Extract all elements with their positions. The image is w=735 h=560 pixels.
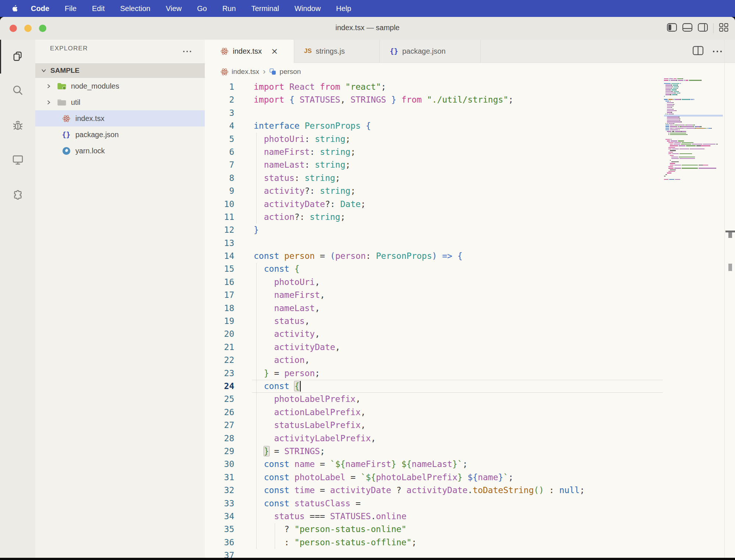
line-number[interactable]: 2 [205,93,234,106]
code-line-25[interactable]: 25 photoLabelPrefix, [205,393,664,406]
breadcrumb-segment[interactable]: person [279,68,301,76]
code-line-18[interactable]: 18 nameLast, [205,302,664,315]
code-line-34[interactable]: 34 status === STATUSES.online [205,510,664,523]
code-line-9[interactable]: 9 activity?: string; [205,185,664,197]
line-number[interactable]: 33 [205,497,234,510]
line-number[interactable]: 4 [205,120,234,132]
line-number[interactable]: 25 [205,393,234,406]
sidebar-item-util[interactable]: util [35,94,205,110]
tab-package-json[interactable]: {}package.json [380,40,481,63]
menu-item-file[interactable]: File [57,4,84,13]
code-line-32[interactable]: 32 const time = activityDate ? activityD… [205,484,664,497]
line-number[interactable]: 5 [205,133,234,146]
code-line-14[interactable]: 14const person = (person: PersonProps) =… [205,250,664,263]
code-line-20[interactable]: 20 activity, [205,328,664,340]
code-editor[interactable]: 1import React from "react";2import { STA… [205,81,664,560]
line-number[interactable]: 21 [205,341,234,354]
code-line-16[interactable]: 16 photoUri, [205,276,664,289]
toggle-secondary-sidebar-icon[interactable] [698,23,708,33]
code-line-10[interactable]: 10 activityDate?: Date; [205,198,664,211]
toggle-panel-icon[interactable] [682,23,692,33]
line-number[interactable]: 12 [205,224,234,236]
code-line-22[interactable]: 22 action, [205,354,664,367]
line-number[interactable]: 14 [205,250,234,263]
overview-ruler[interactable] [724,40,735,560]
code-line-11[interactable]: 11 action?: string; [205,211,664,224]
sidebar-item-package-json[interactable]: {}package.json [35,126,205,143]
line-number[interactable]: 19 [205,315,234,328]
line-number[interactable]: 16 [205,276,234,289]
sidebar-section-sample[interactable]: SAMPLE [35,63,205,78]
line-number[interactable]: 28 [205,432,234,445]
menu-item-window[interactable]: Window [287,4,328,13]
apple-logo-icon[interactable] [11,4,18,13]
editor-more-actions-icon[interactable] [712,48,722,54]
code-line-1[interactable]: 1import React from "react"; [205,81,664,93]
line-number[interactable]: 13 [205,237,234,250]
tab-strings-js[interactable]: JSstrings.js [294,40,380,63]
code-line-3[interactable]: 3 [205,107,664,120]
line-number[interactable]: 29 [205,445,234,458]
sidebar-item-yarn-lock[interactable]: yarn.lock [35,143,205,159]
line-number[interactable]: 6 [205,146,234,158]
code-line-19[interactable]: 19 status, [205,315,664,328]
line-number[interactable]: 18 [205,302,234,315]
code-line-7[interactable]: 7 nameLast: string; [205,158,664,171]
line-number[interactable]: 27 [205,419,234,432]
menu-item-help[interactable]: Help [328,4,359,13]
code-line-4[interactable]: 4interface PersonProps { [205,120,664,132]
debug-icon[interactable] [9,116,26,134]
line-number[interactable]: 15 [205,263,234,275]
customize-layout-icon[interactable] [719,23,728,33]
menu-item-go[interactable]: Go [189,4,215,13]
code-line-29[interactable]: 29 } = STRINGS; [205,445,664,458]
sidebar-item-node-modules[interactable]: node_modules [35,78,205,94]
breadcrumb-segment[interactable]: index.tsx [232,68,259,76]
line-number[interactable]: 23 [205,367,234,380]
line-number[interactable]: 8 [205,172,234,185]
line-number[interactable]: 24 [205,380,234,393]
tab-index-tsx[interactable]: index.tsx× [205,40,294,63]
menu-item-edit[interactable]: Edit [84,4,112,13]
code-line-24[interactable]: 24 const { [205,380,664,393]
remote-monitor-icon[interactable] [9,151,26,168]
code-line-15[interactable]: 15 const { [205,263,664,275]
toggle-sidebar-icon[interactable] [667,23,677,33]
minimap[interactable] [664,78,723,182]
line-number[interactable]: 1 [205,81,234,93]
code-line-13[interactable]: 13 [205,237,664,250]
code-line-8[interactable]: 8 status: string; [205,172,664,185]
line-number[interactable]: 22 [205,354,234,367]
search-icon[interactable] [9,81,26,99]
code-line-31[interactable]: 31 const photoLabel = `${photoLabelPrefi… [205,471,664,484]
code-line-6[interactable]: 6 nameFirst: string; [205,146,664,158]
line-number[interactable]: 26 [205,406,234,419]
code-line-26[interactable]: 26 actionLabelPrefix, [205,406,664,419]
line-number[interactable]: 34 [205,510,234,523]
code-line-12[interactable]: 12} [205,224,664,236]
line-number[interactable]: 9 [205,185,234,197]
code-line-36[interactable]: 36 : "person-status-offline"; [205,536,664,549]
line-number[interactable]: 3 [205,107,234,120]
menu-item-terminal[interactable]: Terminal [243,4,287,13]
line-number[interactable]: 31 [205,471,234,484]
line-number[interactable]: 10 [205,198,234,211]
split-editor-icon[interactable] [693,46,703,57]
close-tab-icon[interactable]: × [271,47,278,56]
code-line-23[interactable]: 23 } = person; [205,367,664,380]
menu-item-code[interactable]: Code [23,4,57,13]
code-line-30[interactable]: 30 const name = `${nameFirst} ${nameLast… [205,458,664,471]
line-number[interactable]: 7 [205,158,234,171]
extensions-icon[interactable] [9,186,26,203]
code-line-28[interactable]: 28 activityLabelPrefix, [205,432,664,445]
code-line-33[interactable]: 33 const statusClass = [205,497,664,510]
code-line-17[interactable]: 17 nameFirst, [205,289,664,302]
sidebar-item-index-tsx[interactable]: index.tsx [35,110,205,126]
line-number[interactable]: 30 [205,458,234,471]
menu-item-view[interactable]: View [158,4,189,13]
line-number[interactable]: 36 [205,536,234,549]
code-line-5[interactable]: 5 photoUri: string; [205,133,664,146]
files-icon[interactable] [9,47,26,65]
code-line-35[interactable]: 35 ? "person-status-online" [205,523,664,536]
line-number[interactable]: 32 [205,484,234,497]
